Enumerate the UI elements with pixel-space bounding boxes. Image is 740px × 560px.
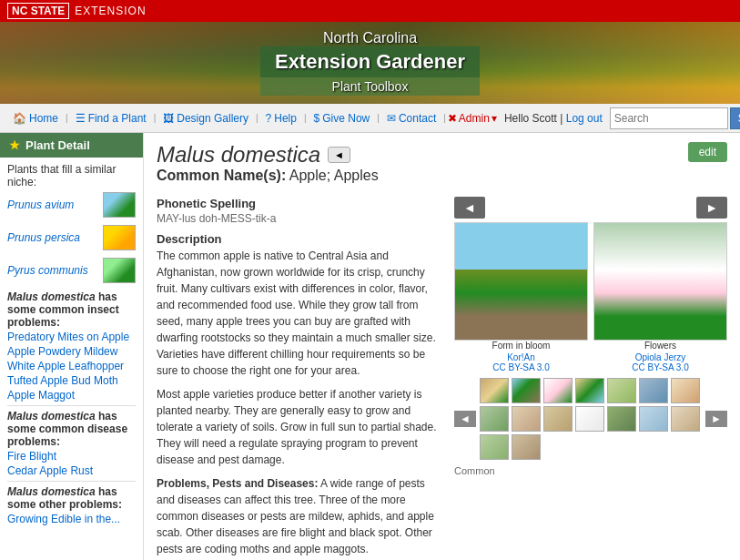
thumb-5[interactable] [607, 378, 636, 403]
sidebar-plant-prunus-persica[interactable]: Prunus persica [7, 225, 136, 250]
thumb-prev-button[interactable]: ◄ [454, 411, 476, 427]
nav-design-gallery[interactable]: 🖼 Design Gallery [157, 110, 254, 127]
search-box: Search [610, 107, 740, 129]
nc-state-badge: NC STATE [7, 3, 69, 19]
content-header: Malus domestica ◄ Common Name(s): Apple;… [157, 142, 727, 193]
main-image-2[interactable] [593, 222, 727, 341]
thumb-11[interactable] [575, 406, 604, 432]
thumb-16[interactable] [512, 434, 541, 460]
sidebar-niche-section: Plants that fill a similar niche: Prunus… [0, 158, 143, 533]
description-paragraph-1: The common apple is native to Central As… [157, 248, 443, 379]
nav-home[interactable]: 🏠 Home [7, 110, 64, 127]
main-image-1-box: Form in bloom Kor!An CC BY-SA 3.0 [454, 222, 588, 372]
insect-heading: Malus domestica has some common insect p… [7, 290, 136, 329]
description-paragraph-2: Most apple varieties produce better if a… [157, 386, 443, 468]
plant-scientific-name: Malus domestica ◄ [157, 142, 379, 168]
description-heading: Description [157, 232, 443, 246]
sidebar-link-tufted-apple-bud-moth[interactable]: Tufted Apple Bud Moth [7, 374, 136, 387]
main-layout: ★ Plant Detail Plants that fill a simila… [0, 133, 740, 560]
nav-give-now[interactable]: $ Give Now [309, 110, 376, 127]
prunus-avium-thumb [103, 192, 136, 218]
image-2-caption-name: Flowers [593, 341, 727, 351]
image-1-caption-author: Kor!An [454, 352, 588, 362]
nav-bar: 🏠 Home | ☰ Find a Plant | 🖼 Design Galle… [0, 104, 740, 133]
sidebar-link-cedar-apple-rust[interactable]: Cedar Apple Rust [7, 464, 136, 477]
thumb-14[interactable] [671, 406, 700, 432]
nav-find-plant[interactable]: ☰ Find a Plant [70, 110, 152, 127]
content-body: Phonetic Spelling MAY-lus doh-MESS-tik-a… [157, 197, 727, 560]
thumb-10[interactable] [543, 406, 573, 432]
sidebar-link-growing-edible[interactable]: Growing Edible in the... [7, 513, 136, 525]
sidebar-link-predatory-mites[interactable]: Predatory Mites on Apple [7, 331, 136, 343]
main-image-1[interactable] [454, 222, 588, 341]
image-1-caption-license: CC BY-SA 3.0 [454, 362, 588, 372]
thumb-9[interactable] [512, 406, 541, 432]
nav-help[interactable]: ? Help [260, 110, 302, 127]
audio-button[interactable]: ◄ [328, 147, 350, 163]
problems-label: Problems, Pests and Diseases: [157, 477, 318, 490]
edit-button[interactable]: edit [688, 142, 727, 162]
thumb-2[interactable] [512, 378, 541, 403]
sidebar-plant-prunus-avium[interactable]: Prunus avium [7, 192, 136, 218]
nav-admin[interactable]: ✖ Admin ▾ [448, 112, 497, 125]
search-input[interactable] [610, 107, 728, 129]
sidebar-link-white-apple-leafhopper[interactable]: White Apple Leafhopper [7, 360, 136, 372]
audio-icon: ◄ [334, 149, 344, 160]
image-prev-button[interactable]: ◄ [454, 197, 485, 219]
banner: North Carolina Extension Gardener Plant … [0, 22, 740, 104]
sidebar-link-apple-powdery-mildew[interactable]: Apple Powdery Mildew [7, 345, 136, 358]
thumb-12[interactable] [607, 406, 636, 432]
common-badge: Common [454, 465, 727, 476]
common-name: Common Name(s): Apple; Apples [157, 168, 379, 184]
sidebar: ★ Plant Detail Plants that fill a simila… [0, 133, 144, 560]
nav-logout[interactable]: Log out [566, 112, 603, 125]
banner-extension-gardener: Extension Gardener [260, 46, 480, 77]
problems-paragraph: Problems, Pests and Diseases: A wide ran… [157, 475, 443, 557]
image-2-caption-author: Opiola Jerzy [593, 352, 727, 362]
thumb-8[interactable] [480, 406, 509, 432]
image-1-caption-name: Form in bloom [454, 341, 588, 351]
thumb-next-button[interactable]: ► [705, 411, 727, 427]
prunus-avium-label: Prunus avium [7, 199, 97, 211]
banner-plant-toolbox: Plant Toolbox [260, 77, 480, 96]
sidebar-plant-pyrus-communis[interactable]: Pyrus communis [7, 258, 136, 283]
image-panel: ◄ ► Form in bloom Kor!An CC BY-SA 3.0 Fl… [454, 197, 727, 560]
content-area: Malus domestica ◄ Common Name(s): Apple;… [144, 133, 740, 560]
prunus-persica-thumb [103, 225, 136, 250]
prunus-persica-label: Prunus persica [7, 231, 97, 244]
thumb-7[interactable] [671, 378, 700, 403]
content-text: Phonetic Spelling MAY-lus doh-MESS-tik-a… [157, 197, 443, 560]
banner-titles: North Carolina Extension Gardener Plant … [260, 30, 480, 96]
other-heading: Malus domestica has some other problems: [7, 485, 136, 511]
nav-contact[interactable]: ✉ Contact [381, 110, 441, 127]
thumb-4[interactable] [575, 378, 604, 403]
thumb-strip-nav: ◄ [454, 378, 727, 460]
thumb-3[interactable] [543, 378, 573, 403]
extension-text: EXTENSION [75, 5, 146, 17]
sidebar-link-fire-blight[interactable]: Fire Blight [7, 450, 136, 463]
thumb-15[interactable] [480, 434, 509, 460]
main-image-2-box: Flowers Opiola Jerzy CC BY-SA 3.0 [593, 222, 727, 372]
sidebar-link-apple-maggot[interactable]: Apple Maggot [7, 389, 136, 402]
nc-header: NC STATE EXTENSION [0, 0, 740, 22]
main-images: Form in bloom Kor!An CC BY-SA 3.0 Flower… [454, 222, 727, 372]
pyrus-communis-thumb [103, 258, 136, 283]
search-button[interactable]: Search [730, 107, 740, 129]
image-2-caption-license: CC BY-SA 3.0 [593, 362, 727, 372]
banner-north-carolina: North Carolina [323, 30, 417, 46]
thumb-strip [480, 378, 702, 460]
phonetic-heading: Phonetic Spelling [157, 197, 443, 210]
thumb-13[interactable] [639, 406, 668, 432]
image-nav: ◄ ► [454, 197, 727, 219]
star-icon: ★ [9, 138, 20, 152]
thumb-6[interactable] [639, 378, 668, 403]
thumb-1[interactable] [480, 378, 509, 403]
nav-hello: Hello Scott | Log out [504, 112, 603, 125]
disease-heading: Malus domestica has some common disease … [7, 410, 136, 448]
image-next-button[interactable]: ► [696, 197, 727, 219]
pyrus-communis-label: Pyrus communis [7, 264, 97, 277]
sidebar-title: ★ Plant Detail [0, 133, 143, 158]
plant-title-group: Malus domestica ◄ Common Name(s): Apple;… [157, 142, 379, 193]
phonetic-spelling: MAY-lus doh-MESS-tik-a [157, 212, 443, 225]
sidebar-niche-heading: Plants that fill a similar niche: [7, 163, 136, 188]
